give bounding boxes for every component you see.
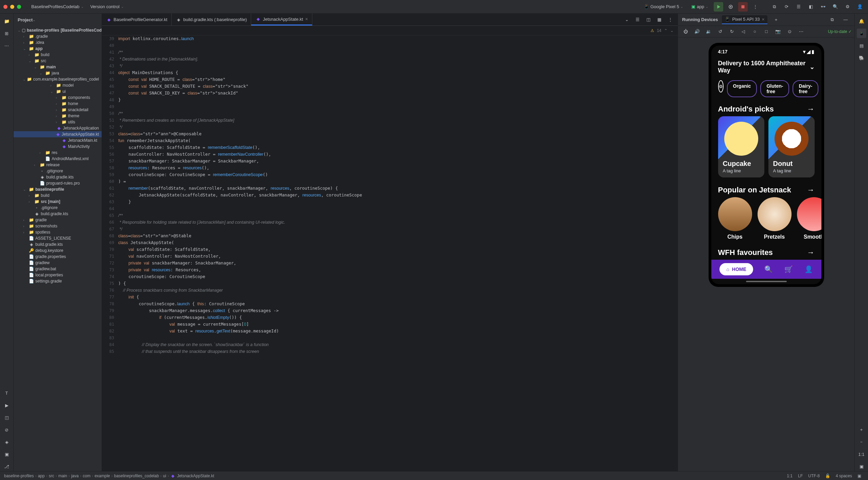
notifications-icon[interactable]: 🔔 <box>857 16 866 26</box>
editor-tab-active[interactable]: ◆ JetsnackAppState.kt × <box>251 14 312 25</box>
account-icon[interactable]: 👤 <box>855 2 865 12</box>
readonly-toggle-icon[interactable]: 🔓 <box>822 474 833 478</box>
tree-item[interactable]: ›📁theme <box>14 113 102 119</box>
tree-item[interactable]: ◦.gitignore <box>14 205 102 211</box>
breadcrumb[interactable]: baseline-profiles› app› src› main› java›… <box>4 474 214 478</box>
avd-manager-icon[interactable]: 👓 <box>818 2 828 12</box>
structure-tool-icon[interactable]: ⊞ <box>2 29 12 38</box>
design-view-icon[interactable]: ▦ <box>655 15 664 24</box>
tree-item[interactable]: ◦.gitignore <box>14 168 102 174</box>
zoom-fit-icon[interactable]: 1:1 <box>857 449 866 459</box>
record-icon[interactable]: ⊙ <box>785 27 794 36</box>
sync-project-icon[interactable]: ⟳ <box>782 2 791 12</box>
tree-root[interactable]: ⌄▢baseline-profiles [BaselineProfilesCod… <box>14 27 102 33</box>
tree-item[interactable]: ›📁model <box>14 82 102 88</box>
zoom-out-icon[interactable]: － <box>857 437 866 447</box>
more-tool-icon[interactable]: ⋯ <box>2 41 12 50</box>
tree-item[interactable]: ◈build.gradle.kts <box>14 211 102 217</box>
tree-item[interactable]: ◆MainActivity <box>14 143 102 150</box>
popular-item[interactable]: Chips <box>718 197 752 240</box>
warning-count[interactable]: 14 <box>657 28 661 33</box>
breadcrumb-item[interactable]: baselineprofiles_codelab <box>114 474 159 478</box>
breadcrumb-item[interactable]: app <box>38 474 45 478</box>
tree-item[interactable]: 📄ASSETS_LICENSE <box>14 235 102 241</box>
tree-item[interactable]: 📄settings.gradle <box>14 278 102 284</box>
project-tool-icon[interactable]: 📁 <box>2 16 12 26</box>
tree-item[interactable]: ›📁res <box>14 150 102 156</box>
indent-setting[interactable]: 4 spaces <box>833 474 855 478</box>
tree-item[interactable]: ⌄📁app <box>14 46 102 52</box>
tabs-dropdown-icon[interactable]: ⌄ <box>622 15 631 24</box>
close-tab-icon[interactable]: × <box>305 16 308 22</box>
delivery-header[interactable]: Delivery to 1600 Amphitheater Way ⌄ <box>711 56 821 78</box>
editor-tab[interactable]: ◆ BaselineProfileGenerator.kt <box>102 14 172 25</box>
run-tool-icon[interactable]: ▶ <box>2 400 12 410</box>
stop-button[interactable] <box>738 2 748 12</box>
code-view-icon[interactable]: ☰ <box>633 15 642 24</box>
tree-item[interactable]: 📄local.properties <box>14 272 102 278</box>
tree-item[interactable]: ⌄📁ui <box>14 88 102 95</box>
tree-item[interactable]: ›📁.idea <box>14 39 102 46</box>
tree-item[interactable]: ⌄📁java <box>14 70 102 76</box>
filter-chip[interactable]: Gluten-free <box>760 80 789 97</box>
overview-icon[interactable]: □ <box>762 27 771 36</box>
tree-item[interactable]: ◈build.gradle.kts <box>14 241 102 247</box>
minimize-panel-icon[interactable]: — <box>841 15 850 24</box>
project-panel-header[interactable]: Project ⌄ <box>14 14 102 26</box>
deployment-device-selector[interactable]: 📱 Google Pixel 5 ⌄ <box>641 3 686 11</box>
volume-up-icon[interactable]: 🔊 <box>692 27 702 36</box>
nav-search-icon[interactable]: 🔍 <box>764 265 773 273</box>
status-more-icon[interactable]: ▣ <box>855 474 864 478</box>
resource-manager-icon[interactable]: T <box>2 388 12 398</box>
tree-item[interactable]: ›📁gradle <box>14 217 102 223</box>
close-emulator-icon[interactable]: × <box>762 17 764 22</box>
sdk-manager-icon[interactable]: ◧ <box>806 2 816 12</box>
breadcrumb-item[interactable]: example <box>94 474 110 478</box>
running-devices-tool-icon[interactable]: 📱 <box>857 29 866 38</box>
breadcrumb-item[interactable]: ui <box>163 474 166 478</box>
tree-item[interactable]: 📄gradlew <box>14 260 102 266</box>
rotate-right-icon[interactable]: ↻ <box>727 27 736 36</box>
tree-item[interactable]: ›📁.gradle <box>14 33 102 39</box>
filter-chip[interactable]: Organic <box>727 80 757 97</box>
tree-item[interactable]: ◆JetsnackApplication <box>14 125 102 131</box>
filter-chip[interactable]: Dairy-free <box>793 80 818 97</box>
zoom-actual-icon[interactable]: ▣ <box>857 462 866 471</box>
prev-highlight-icon[interactable]: ⌃ <box>664 28 667 33</box>
run-config-selector[interactable]: ▣ app ⌄ <box>689 3 711 11</box>
project-dropdown[interactable]: BaselineProfilesCodelab ⌄ <box>28 3 87 11</box>
extended-controls-icon[interactable]: ⋯ <box>796 27 806 36</box>
split-view-icon[interactable]: ◫ <box>644 15 653 24</box>
next-highlight-icon[interactable]: ⌄ <box>670 28 674 33</box>
profiler-tool-icon[interactable]: ◈ <box>2 437 12 447</box>
tree-item-selected[interactable]: ◆JetsnackAppState.kt <box>14 131 102 137</box>
code-editor[interactable]: import kotlinx.coroutines.launch /** * D… <box>117 35 678 471</box>
vcs-tool-icon[interactable]: ⎇ <box>2 462 12 471</box>
tree-item[interactable]: ◈build.gradle.kts <box>14 174 102 180</box>
vcs-dropdown[interactable]: Version control ⌄ <box>87 3 127 11</box>
minimize-window[interactable] <box>10 5 14 9</box>
file-encoding[interactable]: UTF-8 <box>805 474 822 478</box>
nav-profile-icon[interactable]: 👤 <box>804 265 813 273</box>
power-icon[interactable]: ⏻ <box>681 27 690 36</box>
code-with-me-icon[interactable]: ⧉ <box>769 2 779 12</box>
search-everywhere-icon[interactable]: 🔍 <box>831 2 840 12</box>
device-manager-tool-icon[interactable]: ▤ <box>857 41 866 50</box>
add-device-icon[interactable]: ＋ <box>771 15 781 24</box>
editor-tab[interactable]: ◈ build.gradle.kts (:baselineprofile) <box>172 14 251 25</box>
tree-item[interactable]: ›📁release <box>14 162 102 168</box>
breadcrumb-item[interactable]: com <box>83 474 90 478</box>
phone-screen[interactable]: 4:17 ▾ ◢ ▮ Delivery to 1600 Amphitheater… <box>711 46 821 284</box>
tree-item[interactable]: ⌄📁com.example.baselineprofiles_codel <box>14 76 102 82</box>
screenshot-icon[interactable]: 📷 <box>773 27 783 36</box>
popular-item[interactable]: Smooth <box>797 197 821 240</box>
warning-icon[interactable]: ⚠ <box>650 28 654 33</box>
section-androids-picks[interactable]: Android's picks → <box>711 102 821 116</box>
breadcrumb-item[interactable]: src <box>49 474 54 478</box>
cursor-position[interactable]: 1:1 <box>784 474 795 478</box>
section-popular[interactable]: Popular on Jetsnack → <box>711 183 821 197</box>
settings-icon[interactable]: ⚙ <box>843 2 852 12</box>
float-panel-icon[interactable]: ⧉ <box>827 15 837 24</box>
breadcrumb-item[interactable]: baseline-profiles <box>4 474 34 478</box>
section-wfh[interactable]: WFH favourites → <box>711 245 821 260</box>
